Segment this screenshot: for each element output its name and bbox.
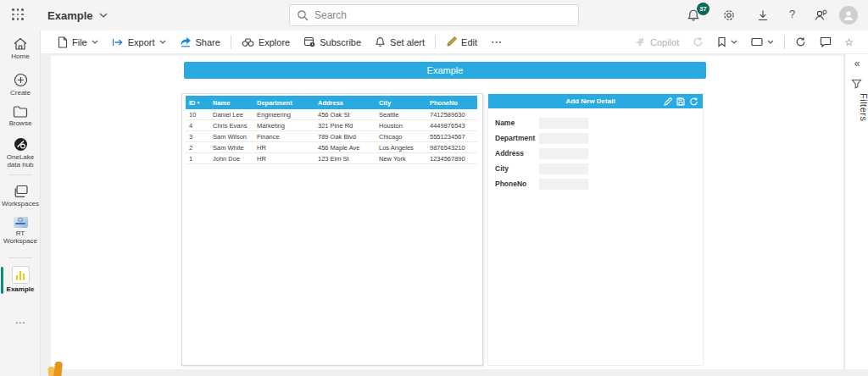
alert-bell-icon xyxy=(375,36,386,47)
column-header-department[interactable]: Department xyxy=(253,99,314,107)
share-icon xyxy=(180,36,192,47)
report-page-title: Example xyxy=(184,62,706,79)
city-field[interactable] xyxy=(539,163,588,174)
reset-button[interactable] xyxy=(686,32,710,53)
sidebar-item-rt-workspace[interactable]: RT Workspace xyxy=(0,217,41,245)
edit-button[interactable]: Edit xyxy=(439,32,484,53)
set-alert-label: Set alert xyxy=(390,37,425,47)
table-row[interactable]: 3 Sam Wilson Finance 789 Oak Blvd Chicag… xyxy=(186,131,477,142)
column-header-name[interactable]: Name xyxy=(209,99,253,107)
app-title-menu[interactable]: Example xyxy=(47,0,108,30)
search-icon xyxy=(297,9,309,21)
sidebar-more-button[interactable]: ⋯ xyxy=(0,317,41,329)
column-header-address[interactable]: Address xyxy=(314,99,376,107)
download-icon[interactable] xyxy=(756,8,770,22)
report-toolbar: File Export Share Explore Subscribe Set … xyxy=(41,30,868,54)
copilot-icon xyxy=(634,36,646,48)
workspaces-icon xyxy=(0,185,41,198)
fabric-corner-logo xyxy=(47,360,67,376)
bookmark-icon xyxy=(717,36,726,47)
share-button[interactable]: Share xyxy=(173,32,227,53)
subscribe-label: Subscribe xyxy=(320,37,361,47)
edit-pencil-icon[interactable] xyxy=(664,97,672,106)
sidebar-item-browse[interactable]: Browse xyxy=(0,105,41,127)
sidebar-item-home[interactable]: Home xyxy=(0,37,41,60)
export-icon xyxy=(112,37,124,47)
table-row[interactable]: 2 Sam White HR 456 Maple Ave Los Angeles… xyxy=(186,142,477,153)
view-rectangle-icon xyxy=(751,37,763,47)
department-field[interactable] xyxy=(539,133,588,144)
undo-refresh-icon[interactable] xyxy=(689,97,698,106)
account-avatar[interactable] xyxy=(839,6,858,25)
column-header-id[interactable]: ID▼ xyxy=(186,99,209,107)
cell-name: Daniel Lee xyxy=(209,111,253,119)
filter-funnel-icon[interactable] xyxy=(851,79,862,89)
sidebar-item-example-report[interactable]: Example xyxy=(0,266,41,293)
report-title-text: Example xyxy=(427,65,464,75)
file-icon xyxy=(58,36,68,48)
form-field-phoneno: PhoneNo xyxy=(488,179,703,191)
table-row[interactable]: 10 Daniel Lee Engineering 456 Oak St Sea… xyxy=(186,109,477,120)
bookmarks-button[interactable] xyxy=(710,32,744,53)
phoneno-field[interactable] xyxy=(539,179,588,190)
cell-address: 789 Oak Blvd xyxy=(314,133,376,141)
form-field-name: Name xyxy=(488,118,703,130)
subscribe-button[interactable]: Subscribe xyxy=(297,32,368,53)
sidebar-item-label: Example xyxy=(0,285,41,293)
cell-department: HR xyxy=(253,155,314,163)
export-menu-button[interactable]: Export xyxy=(105,32,173,53)
plus-circle-icon xyxy=(0,73,41,87)
address-field[interactable] xyxy=(539,148,588,159)
cell-city: Chicago xyxy=(376,133,426,141)
cell-department: Marketing xyxy=(253,122,314,130)
column-header-city[interactable]: City xyxy=(376,99,426,107)
cell-phoneno: 1234567890 xyxy=(426,155,477,163)
toolbar-more-button[interactable]: ⋯ xyxy=(484,36,509,48)
sidebar-item-workspaces[interactable]: Workspaces xyxy=(0,185,41,207)
set-alert-button[interactable]: Set alert xyxy=(368,32,431,53)
cell-address: 456 Oak St xyxy=(314,111,376,119)
expand-pane-icon[interactable]: « xyxy=(845,58,868,69)
main-content-area: Example ID▼ Name Department Address City… xyxy=(41,54,868,376)
file-menu-button[interactable]: File xyxy=(51,32,105,53)
copilot-button[interactable]: Copilot xyxy=(627,32,686,53)
sidebar-item-create[interactable]: Create xyxy=(0,73,41,97)
chevron-down-icon xyxy=(159,40,166,44)
filters-pane-label[interactable]: Filters xyxy=(845,93,868,121)
refresh-button[interactable] xyxy=(788,32,813,53)
save-icon[interactable] xyxy=(676,97,685,106)
form-header-bar: Add New Detail xyxy=(488,94,703,108)
explore-binoculars-icon xyxy=(242,37,254,47)
cell-id: 3 xyxy=(186,133,209,141)
app-title: Example xyxy=(47,9,92,22)
copilot-label: Copilot xyxy=(650,37,679,47)
cell-department: HR xyxy=(253,144,314,152)
onelake-icon xyxy=(0,137,41,152)
cell-name: John Doe xyxy=(209,155,253,163)
rt-workspace-icon xyxy=(0,217,41,228)
sidebar-item-label: OneLake data hub xyxy=(0,153,41,169)
name-field[interactable] xyxy=(539,118,588,129)
sidebar-item-onelake[interactable]: OneLake data hub xyxy=(0,137,41,169)
cell-phoneno: 4449876543 xyxy=(426,122,477,130)
settings-gear-icon[interactable] xyxy=(722,8,736,22)
toolbar-right-group: Copilot ☆ xyxy=(627,32,860,53)
column-header-phoneno[interactable]: PhoneNo xyxy=(426,99,477,107)
filters-pane-collapsed: « Filters xyxy=(844,54,868,369)
help-icon[interactable]: ? xyxy=(789,8,795,20)
explore-button[interactable]: Explore xyxy=(235,32,297,53)
edit-pencil-icon xyxy=(446,36,457,47)
app-launcher-icon[interactable] xyxy=(12,8,25,22)
data-grid: ID▼ Name Department Address City PhoneNo… xyxy=(186,96,477,164)
comments-button[interactable] xyxy=(813,32,838,53)
feedback-icon[interactable] xyxy=(814,8,827,22)
table-row[interactable]: 4 Chris Evans Marketing 321 Pine Rd Hous… xyxy=(186,120,477,131)
share-label: Share xyxy=(196,37,220,47)
favorite-star-icon[interactable]: ☆ xyxy=(838,36,860,48)
report-icon xyxy=(0,266,41,284)
form-field-address: Address xyxy=(488,148,703,160)
search-input[interactable] xyxy=(314,9,571,21)
table-row[interactable]: 1 John Doe HR 123 Elm St New York 123456… xyxy=(186,153,477,164)
view-button[interactable] xyxy=(744,32,781,53)
sidebar-item-label: Create xyxy=(0,89,41,97)
